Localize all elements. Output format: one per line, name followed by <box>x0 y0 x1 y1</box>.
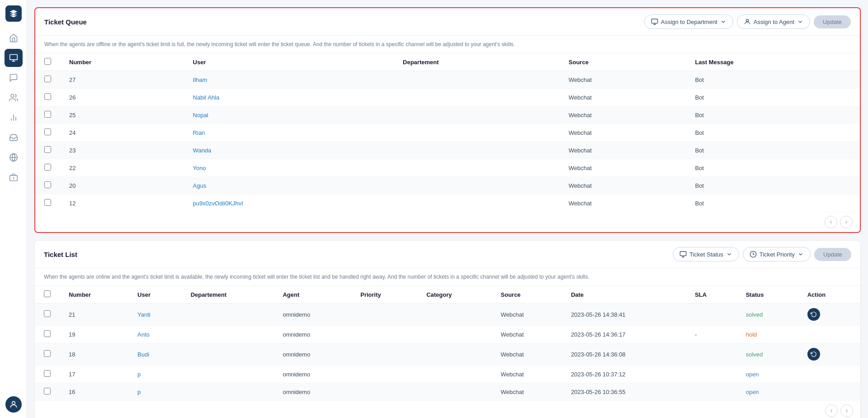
assign-agent-button[interactable]: Assign to Agent <box>737 14 810 29</box>
queue-row-checkbox[interactable] <box>44 76 51 82</box>
ticket-queue-table-wrap: Number User Departement Source Last Mess… <box>35 53 860 212</box>
sidebar-item-tickets[interactable] <box>5 49 23 67</box>
list-cell-department <box>182 304 274 326</box>
ticket-status-label: Ticket Status <box>689 251 723 258</box>
queue-row-checkbox[interactable] <box>44 181 51 188</box>
queue-cell-user[interactable]: Wanda <box>184 142 394 159</box>
list-cell-department <box>182 343 274 366</box>
ticket-queue-title: Ticket Queue <box>44 18 87 26</box>
sidebar-item-user[interactable] <box>5 396 22 413</box>
queue-cell-user[interactable]: Rian <box>184 124 394 142</box>
queue-row-checkbox[interactable] <box>44 111 51 118</box>
queue-cell-user[interactable]: Agus <box>184 177 394 195</box>
list-cell-date: 2023-05-26 14:36:17 <box>562 326 686 343</box>
list-cell-user[interactable]: Anto <box>128 326 182 343</box>
list-cell-action <box>798 343 860 366</box>
list-col-number: Number <box>60 286 128 304</box>
list-col-department: Departement <box>182 286 274 304</box>
list-cell-user[interactable]: Yanti <box>128 304 182 326</box>
sidebar-item-contacts[interactable] <box>5 89 23 107</box>
list-row-checkbox[interactable] <box>44 388 51 394</box>
queue-col-user: User <box>184 53 394 71</box>
list-cell-user[interactable]: p <box>128 366 182 383</box>
queue-row-checkbox[interactable] <box>44 146 51 153</box>
list-row-checkbox[interactable] <box>44 310 51 317</box>
list-cell-sla: - <box>686 326 737 343</box>
queue-cell-last-message: Bot <box>686 159 860 177</box>
sidebar-item-chat[interactable] <box>5 69 23 87</box>
sidebar-item-reports[interactable] <box>5 109 23 127</box>
assign-department-button[interactable]: Assign to Department <box>644 14 733 29</box>
list-cell-status: solved <box>737 304 798 326</box>
queue-cell-source: Webchat <box>560 177 686 195</box>
list-cell-category <box>417 326 491 343</box>
list-next-page-button[interactable] <box>840 404 853 417</box>
assign-agent-label: Assign to Agent <box>754 19 794 25</box>
queue-row-checkbox[interactable] <box>44 93 51 100</box>
list-cell-user[interactable]: p <box>128 383 182 401</box>
app-logo <box>5 5 22 22</box>
svg-point-10 <box>12 401 15 404</box>
queue-cell-user[interactable]: Nabil Ahla <box>184 89 394 106</box>
list-cell-source: Webchat <box>492 326 562 343</box>
list-row-checkbox[interactable] <box>44 330 51 337</box>
ticket-status-button[interactable]: Ticket Status <box>673 247 739 261</box>
list-row-checkbox[interactable] <box>44 370 51 377</box>
sidebar-item-home[interactable] <box>5 29 23 47</box>
list-select-all-checkbox[interactable] <box>44 290 51 297</box>
queue-cell-last-message: Bot <box>686 195 860 212</box>
list-cell-department <box>182 326 274 343</box>
ticket-queue-actions: Assign to Department Assign to Agent Upd… <box>644 14 851 29</box>
svg-rect-11 <box>651 19 657 23</box>
list-cell-number: 21 <box>60 304 128 326</box>
list-cell-agent: omnidemo <box>274 366 351 383</box>
list-cell-action <box>798 326 860 343</box>
list-prev-page-button[interactable] <box>825 404 838 417</box>
ticket-priority-label: Ticket Priority <box>760 251 795 258</box>
svg-point-12 <box>746 19 748 22</box>
queue-cell-user[interactable]: pu9x0zvOdii0KJhvI <box>184 195 394 212</box>
list-cell-priority <box>351 383 417 401</box>
list-cell-department <box>182 366 274 383</box>
queue-cell-user[interactable]: Nopal <box>184 106 394 124</box>
queue-cell-last-message: Bot <box>686 89 860 106</box>
ticket-queue-header: Ticket Queue Assign to Department Assign… <box>35 8 860 36</box>
queue-row-checkbox[interactable] <box>44 199 51 206</box>
list-cell-number: 18 <box>60 343 128 366</box>
queue-row-checkbox[interactable] <box>44 164 51 171</box>
queue-update-button[interactable]: Update <box>814 15 851 28</box>
queue-next-page-button[interactable] <box>840 216 853 228</box>
list-cell-action <box>798 383 860 401</box>
sidebar-item-agent[interactable] <box>5 168 23 186</box>
queue-row-checkbox[interactable] <box>44 128 51 135</box>
list-table-row: 19 Anto omnidemo Webchat 2023-05-26 14:3… <box>35 326 860 343</box>
list-table-row: 18 Budi omnidemo Webchat 2023-05-26 14:3… <box>35 343 860 366</box>
list-col-source: Source <box>492 286 562 304</box>
row-action-button[interactable] <box>807 308 820 321</box>
list-cell-priority <box>351 366 417 383</box>
sidebar-item-inbox[interactable] <box>5 128 23 147</box>
queue-select-all-checkbox[interactable] <box>44 58 51 65</box>
list-cell-agent: omnidemo <box>274 326 351 343</box>
list-cell-category <box>417 343 491 366</box>
list-cell-status: hold <box>737 326 798 343</box>
queue-cell-user[interactable]: Yono <box>184 159 394 177</box>
list-table-row: 17 p omnidemo Webchat 2023-05-26 10:37:1… <box>35 366 860 383</box>
sidebar <box>0 0 27 418</box>
ticket-priority-button[interactable]: Ticket Priority <box>743 247 811 261</box>
ticket-queue-table: Number User Departement Source Last Mess… <box>35 53 860 212</box>
row-action-button[interactable] <box>807 348 820 361</box>
list-cell-user[interactable]: Budi <box>128 343 182 366</box>
queue-cell-number: 22 <box>60 159 184 177</box>
list-row-checkbox[interactable] <box>44 350 51 357</box>
queue-cell-source: Webchat <box>560 106 686 124</box>
queue-prev-page-button[interactable] <box>825 216 837 228</box>
list-col-date: Date <box>562 286 686 304</box>
queue-cell-user[interactable]: Ilham <box>184 71 394 89</box>
list-cell-sla <box>686 366 737 383</box>
queue-table-row: 25 Nopal Webchat Bot <box>35 106 860 124</box>
sidebar-item-globe[interactable] <box>5 148 23 166</box>
queue-cell-last-message: Bot <box>686 71 860 89</box>
list-col-agent: Agent <box>274 286 351 304</box>
list-update-button[interactable]: Update <box>814 248 851 261</box>
